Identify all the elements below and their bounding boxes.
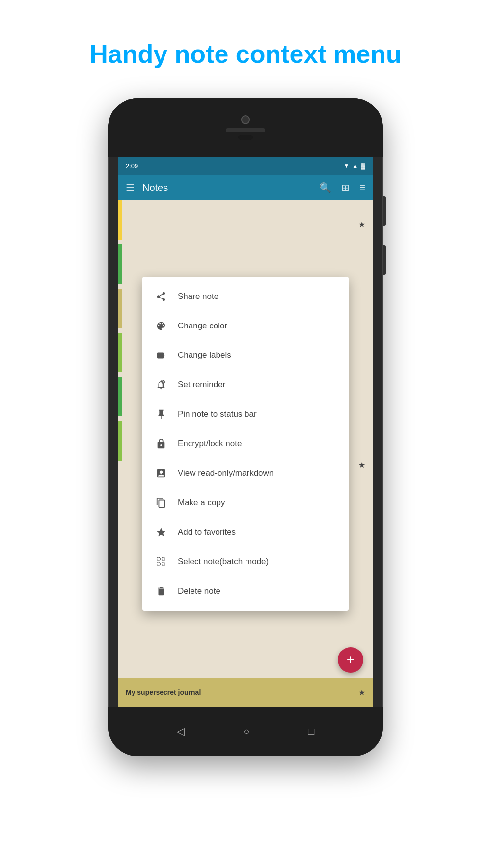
list-view-icon[interactable]: ≡ — [359, 182, 365, 193]
front-sensor — [238, 135, 253, 140]
svg-rect-2 — [157, 558, 160, 561]
wifi-icon: ▼ — [343, 163, 349, 169]
phone-top-bezel — [108, 98, 383, 157]
context-menu: Share note Change color — [142, 277, 349, 611]
home-button[interactable]: ○ — [243, 725, 249, 738]
lock-icon — [154, 437, 168, 451]
menu-item-share-note[interactable]: Share note — [142, 282, 349, 311]
batch-icon — [154, 555, 168, 569]
phone-screen: 2:09 ▼ ▲ ▓ ☰ Notes 🔍 ⊞ ≡ — [118, 157, 373, 707]
palette-icon — [154, 319, 168, 333]
speaker-grille — [226, 128, 265, 132]
share-icon — [154, 290, 168, 303]
recents-button[interactable]: □ — [308, 725, 314, 738]
grid-view-icon[interactable]: ⊞ — [341, 182, 350, 193]
signal-icon: ▲ — [352, 163, 358, 169]
encrypt-note-label: Encrypt/lock note — [178, 439, 242, 449]
front-camera — [241, 115, 250, 124]
phone-bottom-bezel: ◁ ○ □ — [108, 707, 383, 756]
menu-item-change-color[interactable]: Change color — [142, 311, 349, 341]
app-toolbar: ☰ Notes 🔍 ⊞ ≡ — [118, 175, 373, 200]
menu-item-view-markdown[interactable]: View read-only/markdown — [142, 459, 349, 488]
markdown-icon — [154, 466, 168, 480]
copy-icon — [154, 496, 168, 510]
add-favorites-label: Add to favorites — [178, 527, 236, 537]
menu-icon[interactable]: ☰ — [126, 182, 135, 193]
menu-item-set-reminder[interactable]: + Set reminder — [142, 370, 349, 400]
battery-icon: ▓ — [361, 163, 365, 169]
status-icons: ▼ ▲ ▓ — [343, 163, 365, 169]
menu-item-change-labels[interactable]: Change labels — [142, 341, 349, 370]
svg-rect-5 — [162, 563, 165, 566]
make-copy-label: Make a copy — [178, 498, 225, 508]
search-icon[interactable]: 🔍 — [319, 182, 331, 193]
menu-item-batch-mode[interactable]: Select note(batch mode) — [142, 547, 349, 576]
change-color-label: Change color — [178, 321, 227, 331]
menu-item-delete-note[interactable]: Delete note — [142, 576, 349, 606]
star-icon — [154, 525, 168, 539]
page-title: Handy note context menu — [70, 39, 421, 69]
svg-rect-4 — [157, 563, 160, 566]
svg-rect-3 — [162, 558, 165, 561]
delete-icon — [154, 584, 168, 598]
menu-item-pin-note[interactable]: Pin note to status bar — [142, 400, 349, 429]
pin-note-label: Pin note to status bar — [178, 409, 257, 419]
svg-text:+: + — [163, 381, 164, 383]
pin-icon — [154, 407, 168, 421]
phone-frame: 2:09 ▼ ▲ ▓ ☰ Notes 🔍 ⊞ ≡ — [108, 98, 383, 756]
menu-item-encrypt-note[interactable]: Encrypt/lock note — [142, 429, 349, 459]
change-labels-label: Change labels — [178, 351, 231, 360]
menu-item-make-copy[interactable]: Make a copy — [142, 488, 349, 517]
volume-button — [383, 196, 386, 226]
toolbar-actions: 🔍 ⊞ ≡ — [319, 182, 365, 193]
back-button[interactable]: ◁ — [176, 725, 185, 738]
notes-list-bg: ★ ★ Share note — [118, 200, 373, 707]
label-icon — [154, 349, 168, 362]
menu-item-add-favorites[interactable]: Add to favorites — [142, 517, 349, 547]
set-reminder-label: Set reminder — [178, 380, 225, 390]
reminder-icon: + — [154, 378, 168, 392]
context-menu-overlay: Share note Change color — [118, 200, 373, 707]
power-button — [383, 245, 386, 275]
delete-note-label: Delete note — [178, 586, 220, 596]
share-note-label: Share note — [178, 292, 218, 301]
batch-mode-label: Select note(batch mode) — [178, 557, 269, 567]
view-markdown-label: View read-only/markdown — [178, 468, 273, 478]
status-time: 2:09 — [126, 163, 138, 170]
toolbar-title: Notes — [142, 182, 319, 193]
status-bar: 2:09 ▼ ▲ ▓ — [118, 157, 373, 175]
